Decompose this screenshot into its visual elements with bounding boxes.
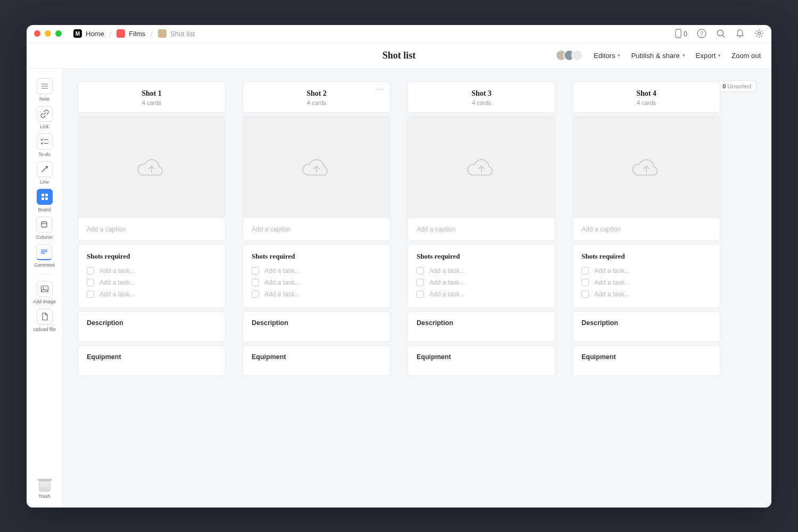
minimize-window-icon[interactable] <box>45 30 51 37</box>
tool-board-label: Board <box>38 207 51 212</box>
equipment-card[interactable]: Equipment <box>243 345 390 376</box>
task-row[interactable]: Add a task... <box>252 288 381 300</box>
tool-comment[interactable]: Comment <box>34 243 55 269</box>
task-row[interactable]: Add a task... <box>417 265 546 277</box>
checkbox-icon[interactable] <box>87 267 94 275</box>
task-row[interactable]: Add a task... <box>581 265 711 277</box>
column-header[interactable]: Shot 34 cards <box>408 81 555 113</box>
description-card[interactable]: Description <box>408 311 555 342</box>
tool-link[interactable]: Link <box>37 105 53 130</box>
canvas[interactable]: 0Unsorted Shot 14 cardsAdd a captionShot… <box>63 69 771 508</box>
image-card[interactable]: Add a caption <box>572 116 720 241</box>
shots-required-card[interactable]: Shots requiredAdd a task...Add a task...… <box>243 244 390 308</box>
checkbox-icon[interactable] <box>87 290 94 298</box>
tool-todo[interactable]: To-do <box>37 132 53 158</box>
shots-required-card[interactable]: Shots requiredAdd a task...Add a task...… <box>78 244 226 308</box>
task-row[interactable]: Add a task... <box>87 277 217 288</box>
image-card[interactable]: Add a caption <box>78 116 226 241</box>
svg-line-12 <box>42 167 47 172</box>
upload-dropzone[interactable] <box>573 117 720 218</box>
task-row[interactable]: Add a task... <box>581 277 711 288</box>
checkbox-icon[interactable] <box>252 290 259 298</box>
task-placeholder: Add a task... <box>429 267 465 275</box>
board-column: Shot 44 cardsAdd a captionShots required… <box>572 81 720 376</box>
bell-icon[interactable] <box>735 29 745 38</box>
description-card[interactable]: Description <box>78 311 226 342</box>
card-heading: Shots required <box>581 252 711 261</box>
upload-dropzone[interactable] <box>78 117 225 218</box>
image-card[interactable]: Add a caption <box>243 116 390 241</box>
gear-icon[interactable] <box>754 29 764 38</box>
task-row[interactable]: Add a task... <box>87 265 217 277</box>
search-icon[interactable] <box>716 29 726 38</box>
caption-input[interactable]: Add a caption <box>78 218 225 240</box>
crumb-home[interactable]: M Home <box>73 29 104 38</box>
close-window-icon[interactable] <box>34 30 40 37</box>
task-row[interactable]: Add a task... <box>252 277 381 288</box>
description-card[interactable]: Description <box>243 311 390 342</box>
checkbox-icon[interactable] <box>417 279 424 286</box>
crumb-separator: / <box>151 30 153 38</box>
export-dropdown[interactable]: Export ▾ <box>696 52 721 60</box>
comment-icon <box>36 244 52 260</box>
caption-input[interactable]: Add a caption <box>243 218 390 240</box>
task-placeholder: Add a task... <box>99 290 135 298</box>
caption-input[interactable]: Add a caption <box>408 218 555 240</box>
task-placeholder: Add a task... <box>264 279 300 286</box>
checkbox-icon[interactable] <box>417 267 424 275</box>
shots-required-card[interactable]: Shots requiredAdd a task...Add a task...… <box>408 244 555 308</box>
column-header[interactable]: ⋯Shot 24 cards <box>243 81 390 113</box>
task-placeholder: Add a task... <box>594 279 630 286</box>
svg-rect-13 <box>41 194 44 196</box>
checkbox-icon[interactable] <box>581 267 589 275</box>
shots-required-card[interactable]: Shots requiredAdd a task...Add a task...… <box>572 244 720 308</box>
checkbox-icon[interactable] <box>252 267 259 275</box>
tool-column[interactable]: Column <box>36 215 53 241</box>
equipment-card[interactable]: Equipment <box>78 345 226 376</box>
tool-upload-file[interactable]: Upload file <box>33 307 56 333</box>
tool-line[interactable]: Line <box>37 160 53 186</box>
equipment-card[interactable]: Equipment <box>572 345 720 376</box>
unsorted-badge[interactable]: 0Unsorted <box>717 80 757 92</box>
crumb-films-label: Films <box>129 30 145 38</box>
task-row[interactable]: Add a task... <box>252 265 381 277</box>
caption-input[interactable]: Add a caption <box>573 218 720 240</box>
publish-share-dropdown[interactable]: Publish & share ▾ <box>631 52 685 60</box>
editors-dropdown[interactable]: Editors ▾ <box>594 52 620 60</box>
svg-point-6 <box>758 32 761 35</box>
task-placeholder: Add a task... <box>264 290 300 298</box>
mobile-indicator[interactable]: 0 <box>675 29 687 38</box>
crumb-separator: / <box>110 30 112 38</box>
zoom-out-button[interactable]: Zoom out <box>732 52 761 60</box>
tool-board[interactable]: Board <box>37 188 53 213</box>
card-heading: Shots required <box>252 252 381 261</box>
upload-dropzone[interactable] <box>408 117 555 218</box>
tool-note[interactable]: Note <box>37 77 53 103</box>
description-card[interactable]: Description <box>572 311 720 342</box>
crumb-current[interactable]: Shot list <box>158 29 195 38</box>
column-header[interactable]: Shot 44 cards <box>572 81 720 113</box>
page-title: Shot list <box>383 50 416 61</box>
column-menu-icon[interactable]: ⋯ <box>377 85 385 94</box>
collaborator-avatars[interactable] <box>555 49 583 61</box>
traffic-lights <box>34 30 62 37</box>
page-icon <box>158 29 167 38</box>
checkbox-icon[interactable] <box>417 290 424 298</box>
help-icon[interactable]: ? <box>697 29 706 38</box>
checkbox-icon[interactable] <box>581 279 589 286</box>
checkbox-icon[interactable] <box>252 279 259 286</box>
image-card[interactable]: Add a caption <box>408 116 555 241</box>
tool-trash[interactable]: Trash <box>37 478 52 500</box>
checkbox-icon[interactable] <box>581 290 589 298</box>
maximize-window-icon[interactable] <box>55 30 62 37</box>
upload-dropzone[interactable] <box>243 117 390 218</box>
task-row[interactable]: Add a task... <box>417 288 546 300</box>
tool-add-image[interactable]: Add image <box>33 280 56 305</box>
column-header[interactable]: Shot 14 cards <box>78 81 226 113</box>
equipment-card[interactable]: Equipment <box>408 345 555 376</box>
task-row[interactable]: Add a task... <box>581 288 711 300</box>
checkbox-icon[interactable] <box>87 279 94 286</box>
task-row[interactable]: Add a task... <box>417 277 546 288</box>
crumb-films[interactable]: Films <box>117 29 145 38</box>
task-row[interactable]: Add a task... <box>87 288 217 300</box>
